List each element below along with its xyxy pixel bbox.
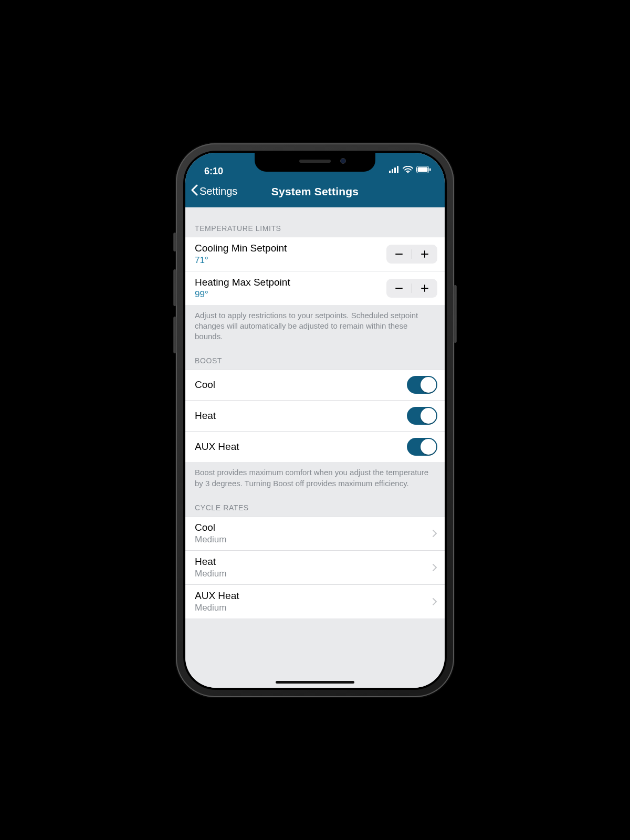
section-header-temperature-limits: TEMPERATURE LIMITS [185,207,445,237]
cooling-min-label: Cooling Min Setpoint [195,243,287,254]
heating-stepper-increment[interactable] [412,279,437,298]
row-boost-heat: Heat [185,400,445,431]
back-label: Settings [200,185,237,197]
heating-stepper [386,279,437,298]
boost-footer: Boost provides maximum comfort when you … [185,462,445,491]
section-header-boost: BOOST [185,344,445,369]
svg-rect-3 [397,166,398,173]
cooling-stepper [386,245,437,264]
svg-rect-13 [424,285,425,292]
page-title: System Settings [271,185,359,198]
earpiece-speaker-icon [299,160,331,163]
toggle-knob-icon [421,439,436,455]
plus-icon [420,284,429,293]
svg-rect-11 [395,288,403,289]
svg-rect-2 [394,167,396,173]
boost-aux-heat-label: AUX Heat [195,441,239,453]
chevron-right-icon [432,597,437,606]
svg-rect-7 [429,168,431,171]
chevron-right-icon [432,529,437,538]
cycle-aux-heat-label: AUX Heat [195,590,239,602]
svg-rect-0 [389,171,391,173]
chevron-right-icon [432,563,437,572]
cycle-aux-heat-value: Medium [195,603,239,613]
phone-inner: 6:10 [183,151,447,690]
cycle-rates-group: Cool Medium Heat Medium [185,516,445,618]
row-cooling-min-setpoint: Cooling Min Setpoint 71° [185,237,445,271]
row-boost-cool: Cool [185,369,445,400]
mute-switch-icon [173,233,176,251]
front-camera-icon [340,158,346,164]
section-header-cycle-rates: CYCLE RATES [185,491,445,516]
home-indicator-icon [276,681,354,684]
boost-cool-label: Cool [195,379,215,391]
notch [255,153,375,172]
power-button-icon [454,285,457,343]
row-heating-max-setpoint: Heating Max Setpoint 99° [185,271,445,305]
boost-heat-label: Heat [195,410,216,422]
row-boost-aux-heat: AUX Heat [185,431,445,462]
chevron-left-icon [191,184,198,198]
heating-max-label: Heating Max Setpoint [195,277,290,288]
heating-max-value: 99° [195,289,290,300]
row-cycle-aux-heat[interactable]: AUX Heat Medium [185,584,445,618]
svg-rect-10 [424,250,425,258]
cycle-heat-label: Heat [195,556,226,568]
svg-rect-1 [392,169,393,173]
cycle-cool-label: Cool [195,522,226,533]
row-cycle-cool[interactable]: Cool Medium [185,516,445,550]
toggle-knob-icon [421,377,436,393]
toggle-knob-icon [421,408,436,424]
wifi-icon [403,165,413,176]
boost-heat-toggle[interactable] [407,407,437,425]
cycle-cool-value: Medium [195,534,226,545]
minus-icon [394,284,404,293]
svg-rect-8 [395,254,403,255]
back-button[interactable]: Settings [191,184,237,198]
heating-stepper-decrement[interactable] [386,279,412,298]
minus-icon [394,249,404,259]
battery-icon [416,165,431,176]
temperature-limits-footer: Adjust to apply restrictions to your set… [185,305,445,344]
volume-down-button-icon [173,317,176,353]
cooling-stepper-increment[interactable] [412,245,437,264]
temperature-limits-group: Cooling Min Setpoint 71° [185,237,445,305]
cooling-min-value: 71° [195,255,287,266]
boost-group: Cool Heat AUX Heat [185,369,445,462]
stage: 6:10 [0,0,630,840]
row-cycle-heat[interactable]: Heat Medium [185,550,445,584]
navigation-bar: Settings System Settings [185,179,445,207]
boost-cool-toggle[interactable] [407,376,437,394]
svg-point-4 [407,172,409,173]
svg-rect-6 [418,167,428,172]
status-icons [389,165,431,177]
plus-icon [420,249,429,259]
phone-frame: 6:10 [176,143,454,697]
status-time: 6:10 [204,166,223,177]
content[interactable]: TEMPERATURE LIMITS Cooling Min Setpoint … [185,207,445,688]
cycle-heat-value: Medium [195,569,226,579]
screen: 6:10 [185,153,445,688]
cooling-stepper-decrement[interactable] [386,245,412,264]
cellular-signal-icon [389,165,400,176]
volume-up-button-icon [173,269,176,306]
boost-aux-heat-toggle[interactable] [407,438,437,456]
